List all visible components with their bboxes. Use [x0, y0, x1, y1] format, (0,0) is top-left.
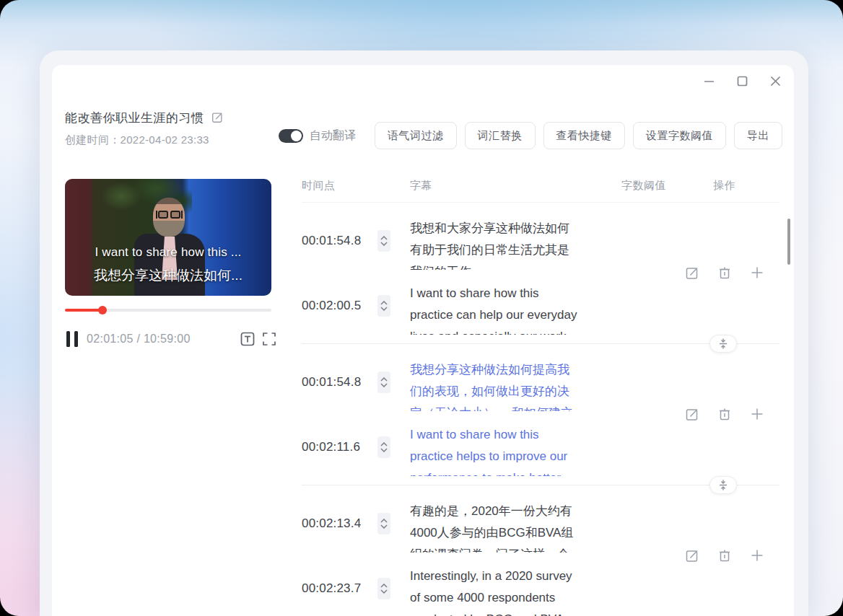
col-header-subtitle: 字幕 — [410, 179, 432, 193]
timestamp: 00:02:00.5 — [302, 299, 365, 313]
add-row-button[interactable] — [749, 547, 765, 563]
trash-icon — [717, 406, 733, 422]
set-word-threshold-button[interactable]: 设置字数阈值 — [633, 122, 726, 149]
merge-icon — [719, 480, 728, 490]
subtitle-text[interactable]: 我想分享这种做法如何提高我们的表现，如何做出更好的决定（无论大小）， 和如何建立 — [410, 359, 578, 411]
chevron-up-icon — [380, 519, 388, 523]
edit-icon — [684, 547, 700, 563]
subtitle-text[interactable]: 有趣的是，2020年一份大约有4000人参与的由BCG和BVA组织的调查问卷，问… — [410, 501, 578, 553]
subtitle-text[interactable]: 我想和大家分享这种做法如何有助于我们的日常生活尤其是我们的工作 — [410, 218, 578, 270]
pause-button[interactable] — [66, 331, 78, 347]
table-row: 00:02:11.6 I want to share how this prac… — [302, 424, 779, 476]
table-row: 00:02:23.7 Interestingly, in a 2020 surv… — [302, 566, 779, 616]
timestamp: 00:01:54.8 — [302, 234, 365, 248]
app-window: 能改善你职业生涯的习惯 创建时间：2022-04-02 23:33 自动翻译 语… — [40, 50, 808, 616]
toolbar: 语气词过滤 词汇替换 查看快捷键 设置字数阈值 导出 — [375, 122, 782, 149]
chevron-up-icon — [380, 584, 388, 588]
auto-translate-toggle[interactable] — [279, 129, 303, 143]
edit-icon — [684, 265, 700, 281]
export-button[interactable]: 导出 — [734, 122, 782, 149]
progress-bar[interactable] — [65, 309, 271, 312]
merge-rows-button[interactable] — [709, 335, 737, 353]
maximize-icon — [735, 74, 749, 88]
time-stepper[interactable] — [377, 230, 390, 252]
chevron-up-icon — [380, 236, 388, 240]
subtitle-row-group: 00:02:13.4 有趣的是，2020年一份大约有4000人参与的由BCG和B… — [302, 485, 779, 616]
video-subtitle-zh: 我想分享这种做法如何... — [65, 266, 271, 285]
view-shortcuts-button[interactable]: 查看快捷键 — [543, 122, 626, 149]
table-row: 00:01:54.8 我想分享这种做法如何提高我们的表现，如何做出更好的决定（无… — [302, 359, 779, 411]
time-stepper[interactable] — [377, 578, 390, 599]
maximize-button[interactable] — [735, 74, 749, 88]
vocab-replace-button[interactable]: 词汇替换 — [465, 122, 536, 149]
table-header: 时间点 字幕 字数阈值 操作 — [302, 173, 779, 203]
chevron-down-icon — [380, 307, 388, 311]
timestamp: 00:02:23.7 — [302, 581, 365, 596]
page-title: 能改善你职业生涯的习惯 — [65, 110, 204, 126]
chevron-up-icon — [380, 442, 388, 446]
desktop-background: 能改善你职业生涯的习惯 创建时间：2022-04-02 23:33 自动翻译 语… — [0, 0, 843, 616]
subtitle-text[interactable]: I want to share how this practice helps … — [410, 424, 578, 476]
add-row-button[interactable] — [749, 265, 765, 281]
toggle-knob — [291, 131, 302, 141]
chevron-down-icon — [380, 242, 388, 246]
merge-rows-button[interactable] — [709, 476, 737, 494]
edit-row-button[interactable] — [684, 265, 700, 281]
playback-time: 02:01:05 / 10:59:00 — [87, 333, 191, 346]
window-controls — [702, 74, 782, 88]
chevron-down-icon — [380, 589, 388, 594]
delete-row-button[interactable] — [717, 265, 733, 281]
chevron-down-icon — [380, 524, 388, 529]
time-stepper[interactable] — [377, 371, 390, 393]
main-panel: 能改善你职业生涯的习惯 创建时间：2022-04-02 23:33 自动翻译 语… — [52, 65, 794, 616]
close-button[interactable] — [768, 74, 782, 88]
edit-row-button[interactable] — [684, 406, 700, 422]
timestamp: 00:02:11.6 — [302, 440, 365, 454]
plus-icon — [749, 406, 765, 422]
time-stepper[interactable] — [377, 513, 390, 534]
fullscreen-button[interactable] — [261, 331, 277, 347]
filler-word-filter-button[interactable]: 语气词过滤 — [375, 122, 457, 149]
edit-row-button[interactable] — [684, 547, 700, 563]
chevron-down-icon — [380, 448, 388, 452]
plus-icon — [749, 547, 765, 563]
time-stepper[interactable] — [377, 295, 390, 317]
delete-row-button[interactable] — [717, 547, 733, 563]
table-row: 00:02:00.5 I want to share how this prac… — [302, 283, 779, 335]
fullscreen-icon — [261, 331, 277, 347]
delete-row-button[interactable] — [717, 406, 733, 422]
chevron-up-icon — [380, 301, 388, 305]
edit-icon — [684, 406, 700, 422]
plus-icon — [749, 265, 765, 281]
timestamp: 00:02:13.4 — [302, 516, 365, 531]
subtitle-text[interactable]: I want to share how this practice can he… — [410, 283, 578, 335]
video-subtitle-en: I want to share how this ... — [65, 245, 271, 260]
col-header-threshold: 字数阈值 — [621, 179, 666, 193]
close-icon — [769, 74, 782, 88]
chevron-down-icon — [380, 383, 388, 387]
add-row-button[interactable] — [749, 406, 765, 422]
table-row: 00:01:54.8 我想和大家分享这种做法如何有助于我们的日常生活尤其是我们的… — [302, 218, 779, 270]
progress-handle[interactable] — [98, 306, 107, 314]
subtitle-t-icon — [240, 331, 255, 347]
minimize-button[interactable] — [702, 74, 716, 88]
time-stepper[interactable] — [377, 436, 390, 458]
table-row: 00:02:13.4 有趣的是，2020年一份大约有4000人参与的由BCG和B… — [302, 501, 779, 553]
col-header-time: 时间点 — [302, 179, 336, 193]
chevron-up-icon — [380, 377, 388, 382]
table-scrollbar[interactable] — [787, 219, 790, 265]
timestamp: 00:01:54.8 — [302, 375, 365, 390]
created-time-label: 创建时间：2022-04-02 23:33 — [65, 133, 209, 147]
trash-icon — [717, 547, 733, 563]
subtitle-row-group: 00:01:54.8 我想和大家分享这种做法如何有助于我们的日常生活尤其是我们的… — [302, 203, 779, 344]
subtitle-toggle-button[interactable] — [240, 331, 255, 347]
progress-fill — [65, 309, 102, 312]
subtitle-table: 时间点 字幕 字数阈值 操作 00:01:54.8 — [302, 173, 779, 616]
col-header-operation: 操作 — [713, 179, 735, 193]
merge-icon — [719, 338, 728, 349]
edit-title-icon[interactable] — [211, 110, 224, 126]
subtitle-text[interactable]: Interestingly, in a 2020 survey of some … — [410, 566, 578, 616]
trash-icon — [717, 265, 733, 281]
minimize-icon — [702, 74, 716, 88]
video-thumbnail[interactable]: I want to share how this ... 我想分享这种做法如何.… — [65, 179, 271, 296]
